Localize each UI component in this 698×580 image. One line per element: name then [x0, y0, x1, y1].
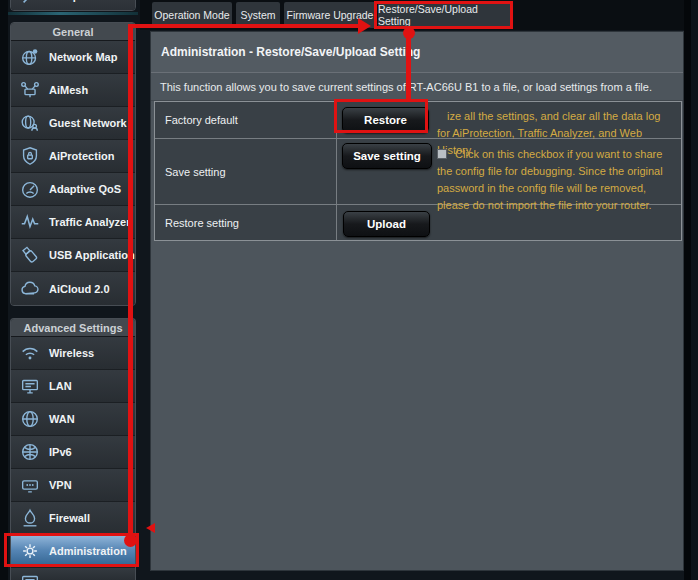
sidebar-item-label: LAN — [49, 380, 72, 392]
save-setting-button[interactable]: Save setting — [342, 143, 432, 169]
pulse-icon — [19, 211, 41, 233]
sidebar-item-label: IPv6 — [49, 446, 72, 458]
sidebar-item-label: Network Map — [49, 51, 117, 63]
sidebar-group-advanced-settings: Advanced Settings Wireless LAN WAN IPv6 … — [10, 318, 136, 580]
sidebar-item-label: USB Application — [49, 249, 135, 261]
top-tab-bar: Operation Mode System Firmware Upgrade R… — [140, 0, 698, 30]
list-icon — [19, 571, 41, 580]
main-content-panel: Administration - Restore/Save/Upload Set… — [150, 31, 684, 571]
row-note — [437, 205, 681, 240]
sidebar-item-adaptive-qos[interactable]: Adaptive QoS — [11, 173, 135, 206]
wifi-icon — [19, 342, 41, 364]
sidebar-item-aimesh[interactable]: AiMesh — [11, 74, 135, 107]
row-label: Restore setting — [155, 205, 337, 240]
sidebar-item-vpn[interactable]: VPN — [11, 469, 135, 502]
sidebar-item-network-map[interactable]: Network Map — [11, 41, 135, 74]
row-note: ize all the settings, and clear all the … — [437, 102, 681, 138]
sidebar-item-label: WAN — [49, 413, 75, 425]
sidebar-item-aicloud[interactable]: AiCloud 2.0 — [11, 272, 135, 305]
sidebar-item-aiprotection[interactable]: AiProtection — [11, 140, 135, 173]
tab-system[interactable]: System — [236, 2, 280, 28]
gauge-icon — [19, 178, 41, 200]
sidebar-item-label: AiProtection — [49, 150, 114, 162]
sidebar-item-firewall[interactable]: Firewall — [11, 502, 135, 535]
settings-table: Factory default Restore ize all the sett… — [154, 101, 682, 241]
tab-operation-mode[interactable]: Operation Mode — [152, 2, 232, 28]
table-row-factory-default: Factory default Restore ize all the sett… — [155, 102, 681, 139]
usb-icon — [19, 244, 41, 266]
sidebar-item-wireless[interactable]: Wireless — [11, 337, 135, 370]
sidebar-item-setup[interactable]: Setup — [10, 0, 136, 11]
tab-firmware-upgrade[interactable]: Firmware Upgrade — [284, 2, 376, 28]
table-row-save-setting: Save setting Save setting Click on this … — [155, 139, 681, 205]
restore-button[interactable]: Restore — [342, 107, 429, 133]
upload-button[interactable]: Upload — [343, 211, 430, 237]
row-label: Save setting — [155, 139, 337, 204]
sidebar-item-label: Traffic Analyzer — [49, 216, 131, 228]
sidebar-item-label: Wireless — [49, 347, 94, 359]
page-title: Administration - Restore/Save/Upload Set… — [151, 32, 683, 73]
sidebar-item-lan[interactable]: LAN — [11, 370, 135, 403]
sidebar-item-administration[interactable]: Administration — [11, 535, 135, 568]
checkbox-note-text: Click on this checkbox if you want to sh… — [437, 148, 663, 211]
sidebar-glow-divider — [8, 12, 138, 15]
row-note: Click on this checkbox if you want to sh… — [437, 139, 681, 204]
sidebar-group-title: General — [11, 23, 135, 41]
table-row-restore-setting: Restore setting Upload — [155, 205, 681, 240]
gear-icon — [19, 540, 41, 562]
right-edge — [691, 0, 698, 580]
vpn-monitor-icon — [19, 474, 41, 496]
sidebar-group-general: General Network Map AiMesh Guest Network… — [10, 22, 136, 306]
row-label: Factory default — [155, 102, 337, 138]
row-control: Save setting — [337, 139, 437, 204]
sidebar-item-label: Administration — [49, 545, 127, 557]
monitor-icon — [19, 375, 41, 397]
page-description: This function allows you to save current… — [151, 73, 683, 101]
setup-icon — [19, 0, 41, 7]
sidebar-item-ipv6[interactable]: IPv6 — [11, 436, 135, 469]
row-control: Upload — [337, 205, 437, 240]
network-map-icon — [19, 46, 41, 68]
aiprotection-shield-icon — [19, 145, 41, 167]
sidebar-item-label: AiCloud 2.0 — [49, 283, 110, 295]
tab-restore-save-upload-setting[interactable]: Restore/Save/Upload Setting — [378, 2, 512, 28]
row-control: Restore — [337, 102, 437, 138]
sidebar-item-usb-application[interactable]: USB Application — [11, 239, 135, 272]
sidebar-item-traffic-analyzer[interactable]: Traffic Analyzer — [11, 206, 135, 239]
flame-icon — [19, 507, 41, 529]
sidebar-item-label: Guest Network — [49, 117, 127, 129]
router-admin-screen: Setup General Network Map AiMesh Guest N… — [0, 0, 698, 580]
globe-icon — [19, 408, 41, 430]
sidebar-item-label: AiMesh — [49, 84, 88, 96]
globe-grid-icon — [19, 441, 41, 463]
guest-network-icon — [19, 112, 41, 134]
share-config-checkbox[interactable] — [437, 149, 447, 159]
sidebar-item-label: Setup — [49, 0, 80, 2]
right-edge-strip — [684, 0, 691, 580]
sidebar-group-title: Advanced Settings — [11, 319, 135, 337]
sidebar: Setup General Network Map AiMesh Guest N… — [8, 0, 138, 580]
sidebar-item-label: VPN — [49, 479, 72, 491]
sidebar-item-wan[interactable]: WAN — [11, 403, 135, 436]
cloud-icon — [19, 278, 41, 300]
sidebar-item-label: Adaptive QoS — [49, 183, 121, 195]
left-edge-strip — [0, 0, 8, 580]
sidebar-item-guest-network[interactable]: Guest Network — [11, 107, 135, 140]
sidebar-item-label: Firewall — [49, 512, 90, 524]
aimesh-icon — [19, 79, 41, 101]
sidebar-item-next-partial[interactable] — [11, 568, 135, 580]
